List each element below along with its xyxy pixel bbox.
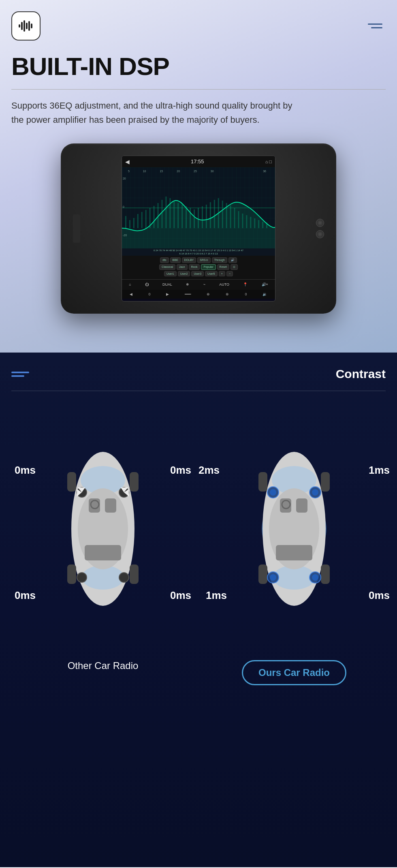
pin-icon[interactable]: 📍 xyxy=(243,282,248,286)
rock-button[interactable]: Rock xyxy=(189,264,200,270)
svg-rect-54 xyxy=(254,218,255,228)
svg-rect-56 xyxy=(262,222,263,228)
eq-row-1: dts BBE DOLBY SRS⊙ Through 🔊 xyxy=(124,257,273,263)
fan-icon[interactable]: ⊕ xyxy=(207,292,210,296)
svg-rect-35 xyxy=(177,203,179,228)
device-screen: ◀ 17:55 ⌂ □ xyxy=(122,156,275,301)
svg-point-93 xyxy=(312,489,318,496)
svg-rect-55 xyxy=(258,220,259,228)
svg-point-91 xyxy=(270,489,276,496)
classical-button[interactable]: Classical xyxy=(159,264,175,270)
right-car-panel: 2ms 1ms xyxy=(203,407,386,685)
svg-rect-43 xyxy=(210,202,211,228)
home-icon[interactable]: ⌂ xyxy=(129,282,131,286)
dolby-button[interactable]: DOLBY xyxy=(182,257,196,263)
srs-button[interactable]: SRS⊙ xyxy=(197,257,210,263)
user1-button[interactable]: User1 xyxy=(164,271,177,276)
left-knob xyxy=(73,214,80,243)
left-ms-bottom-left: 0ms xyxy=(15,589,36,602)
dual-label: DUAL xyxy=(162,282,172,286)
right-car-svg xyxy=(254,440,335,618)
right-car-image xyxy=(254,440,335,618)
svg-text:25: 25 xyxy=(194,170,197,173)
dts-button[interactable]: dts xyxy=(160,257,169,263)
svg-rect-66 xyxy=(67,472,76,492)
left-ms-top-right: 0ms xyxy=(170,464,191,477)
snowflake-icon[interactable]: ❄ xyxy=(186,282,189,286)
ours-car-radio-button[interactable]: Ours Car Radio xyxy=(242,660,346,685)
svg-rect-29 xyxy=(154,206,155,228)
user5-button[interactable]: User5 xyxy=(205,271,218,276)
contrast-icon xyxy=(11,372,29,377)
forward-icon[interactable]: ▶ xyxy=(166,292,169,296)
svg-rect-83 xyxy=(296,498,307,513)
right-knob-1[interactable] xyxy=(316,219,324,227)
eq-buttons-area: dts BBE DOLBY SRS⊙ Through 🔊 Classical J… xyxy=(122,256,275,279)
svg-rect-87 xyxy=(321,472,330,492)
svg-rect-53 xyxy=(250,217,251,228)
eq-display: 5 10 15 20 25 30 36 20 0 -20 xyxy=(122,167,275,248)
settings-circle-button[interactable]: ⊙ xyxy=(231,264,238,270)
left-car-with-labels: 0ms 0ms xyxy=(11,407,194,650)
temp-icon2: ⊗ xyxy=(226,292,229,296)
reset-button[interactable]: Reset xyxy=(217,264,229,270)
svg-rect-28 xyxy=(149,208,151,228)
svg-rect-64 xyxy=(85,545,121,560)
minus-button[interactable]: − xyxy=(226,271,233,276)
svg-rect-51 xyxy=(242,214,243,228)
vol-down-icon[interactable]: 🔉 xyxy=(263,292,267,296)
back-nav-icon[interactable]: ◀ xyxy=(130,292,132,296)
svg-rect-33 xyxy=(169,198,171,228)
jazz-button[interactable]: Jazz xyxy=(177,264,187,270)
bottom-section: Contrast 0ms 0ms xyxy=(0,353,397,867)
logo-icon xyxy=(16,16,36,36)
car-radio-device: ◀ 17:55 ⌂ □ xyxy=(61,143,336,314)
right-knob-2[interactable] xyxy=(316,230,324,238)
eq-row-2: Classical Jazz Rock Popular Reset ⊙ xyxy=(124,264,273,270)
svg-point-73 xyxy=(119,573,129,582)
svg-rect-63 xyxy=(105,498,116,513)
left-car-image xyxy=(62,440,143,618)
svg-rect-38 xyxy=(190,208,191,228)
zero-right: 0 xyxy=(245,292,247,296)
eq-row-3: User1 User2 User3 User5 + − xyxy=(124,271,273,276)
svg-text:20: 20 xyxy=(177,170,180,173)
bbe-button[interactable]: BBE xyxy=(170,257,181,263)
svg-point-72 xyxy=(77,573,87,582)
svg-rect-40 xyxy=(198,208,199,228)
header-bar xyxy=(0,0,397,41)
screen-icons: ⌂ □ xyxy=(265,159,272,164)
speaker-button[interactable]: 🔊 xyxy=(228,257,237,263)
contrast-label: Contrast xyxy=(336,367,386,381)
page-title: BUILT-IN DSP xyxy=(11,53,386,80)
svg-text:36: 36 xyxy=(263,170,266,173)
auto-label: AUTO xyxy=(219,282,229,286)
slider-area[interactable]: ━━━ xyxy=(185,292,191,296)
popular-button[interactable]: Popular xyxy=(201,264,216,270)
right-ms-top-left: 2ms xyxy=(198,464,220,477)
svg-rect-86 xyxy=(258,472,267,492)
svg-text:10: 10 xyxy=(143,170,146,173)
svg-rect-24 xyxy=(133,218,134,228)
svg-text:0: 0 xyxy=(123,205,124,208)
hamburger-menu-button[interactable] xyxy=(368,24,382,28)
top-section: BUILT-IN DSP Supports 36EQ adjustment, a… xyxy=(0,0,397,353)
logo xyxy=(11,11,41,41)
back-button[interactable]: ◀ xyxy=(125,158,130,165)
power-icon[interactable]: ⏻ xyxy=(145,282,149,286)
screen-very-bottom-bar: ◀ 0 ▶ ━━━ ⊕ ⊗ 0 🔉 xyxy=(122,290,275,299)
plus-button[interactable]: + xyxy=(219,271,225,276)
svg-rect-69 xyxy=(130,564,139,584)
svg-rect-84 xyxy=(276,545,312,560)
right-ms-bottom-right: 0ms xyxy=(369,589,390,602)
screen-time: 17:55 xyxy=(191,158,204,165)
eq-graph: 5 10 15 20 25 30 36 20 0 -20 xyxy=(122,167,275,248)
vol-up-icon[interactable]: 🔊+ xyxy=(262,282,268,286)
right-knob-area xyxy=(316,219,324,238)
svg-rect-32 xyxy=(165,197,166,228)
through-button[interactable]: Through xyxy=(212,257,227,263)
svg-rect-30 xyxy=(158,203,159,228)
left-car-label: Other Car Radio xyxy=(68,660,139,671)
user2-button[interactable]: User2 xyxy=(178,271,190,276)
user3-button[interactable]: User3 xyxy=(191,271,204,276)
